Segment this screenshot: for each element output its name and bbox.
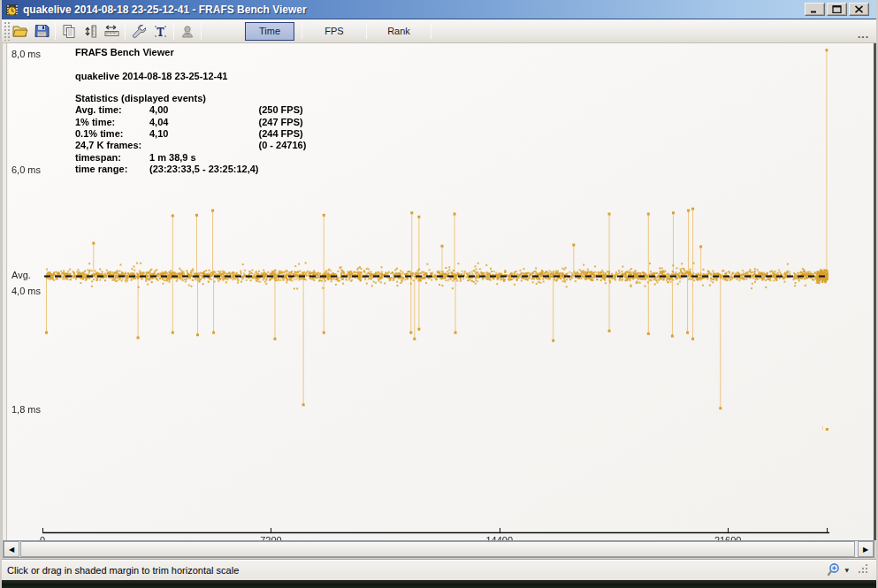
tab-separator: [431, 23, 431, 39]
tab-fps[interactable]: FPS: [309, 22, 359, 41]
toolbar-separator: [125, 22, 126, 40]
tab-separator: [366, 23, 367, 39]
y-tick-label: 8,0 ms: [11, 49, 41, 59]
text-overlay-button[interactable]: [149, 21, 171, 42]
scroll-right-button[interactable]: ▶: [858, 541, 874, 557]
user-icon: [179, 24, 195, 39]
user-button[interactable]: [177, 21, 198, 42]
y-tick-label: Avg.: [11, 270, 31, 280]
open-file-button[interactable]: [10, 21, 31, 42]
y-tick-label: 4,0 ms: [11, 286, 41, 296]
toolbar-overflow-button[interactable]: ...: [858, 28, 869, 41]
toolbar-separator: [201, 22, 202, 40]
toolbar-grip[interactable]: [4, 21, 10, 41]
chart-area: 8,0 ms6,0 msAvg.4,0 ms1,8 ms 07200144002…: [2, 43, 876, 540]
tab-rank[interactable]: Rank: [374, 22, 424, 41]
y-tick-label: 6,0 ms: [11, 164, 41, 175]
toolbar-separator: [173, 22, 174, 40]
copy-button[interactable]: [58, 21, 80, 42]
vertical-scale-icon: [83, 24, 98, 39]
stats-app-name: FRAFS Bench Viewer: [75, 47, 306, 58]
horizontal-scale-icon: [103, 24, 120, 38]
zoom-button[interactable]: [826, 562, 841, 578]
stats-row: 0.1% time:4,10(244 FPS): [75, 128, 306, 140]
stats-row: time range:(23:23:33,5 - 23:25:12,4): [75, 164, 306, 175]
stats-header: Statistics (displayed events): [75, 93, 306, 104]
horizontal-scale-button[interactable]: [101, 21, 122, 42]
status-text: Click or drag in shaded margin to trim h…: [7, 565, 826, 576]
y-tick-label: 1,8 ms: [11, 404, 41, 415]
close-button[interactable]: [849, 3, 869, 16]
vertical-scale-button[interactable]: [80, 21, 101, 42]
open-file-icon: [12, 24, 29, 38]
magnifier-icon: [826, 562, 841, 577]
stats-table: Avg. time:4,00(250 FPS)1% time:4,04(247 …: [75, 104, 306, 175]
app-window: quakelive 2014-08-18 23-25-12-41 - FRAFS…: [0, 0, 878, 588]
stats-row: timespan:1 m 38,9 s: [75, 152, 306, 164]
scrollbar-thumb[interactable]: [20, 541, 855, 557]
window-title: quakelive 2014-08-18 23-25-12-41 - FRAFS…: [23, 4, 805, 16]
status-bar: Click or drag in shaded margin to trim h…: [2, 559, 876, 580]
toolbar-separator: [55, 22, 56, 40]
trim-margin-left[interactable]: [2, 43, 8, 540]
tab-time[interactable]: Time: [245, 22, 294, 41]
scrollbar-track[interactable]: [19, 541, 858, 557]
stats-capture-name: quakelive 2014-08-18 23-25-12-41: [75, 71, 306, 82]
copy-icon: [62, 24, 76, 39]
zoom-dropdown-caret[interactable]: ▼: [844, 567, 849, 573]
minimize-button[interactable]: [805, 3, 825, 16]
stats-panel: FRAFS Bench Viewer quakelive 2014-08-18 …: [75, 47, 306, 176]
save-button[interactable]: [31, 21, 52, 42]
text-overlay-icon: [153, 24, 168, 39]
resize-grip-icon: [858, 563, 869, 575]
stats-row: 24,7 K frames:(0 - 24716): [75, 140, 306, 151]
app-icon: [5, 3, 19, 17]
title-bar[interactable]: quakelive 2014-08-18 23-25-12-41 - FRAFS…: [0, 0, 878, 19]
stats-row: 1% time:4,04(247 FPS): [75, 117, 306, 128]
resize-grip[interactable]: [858, 563, 869, 577]
toolbar: TimeFPSRank ...: [2, 19, 876, 43]
maximize-button[interactable]: [827, 3, 847, 16]
settings-button[interactable]: [128, 21, 149, 42]
window-controls: [805, 3, 869, 16]
window-bottom-edge: [0, 580, 878, 588]
horizontal-scrollbar: ◀ ▶: [3, 540, 874, 558]
tab-separator: [302, 23, 302, 39]
save-icon: [34, 24, 50, 38]
settings-wrench-icon: [131, 23, 147, 39]
view-tabs: TimeFPSRank: [245, 22, 439, 41]
stats-row: Avg. time:4,00(250 FPS): [75, 104, 306, 116]
scroll-left-button[interactable]: ◀: [4, 541, 19, 557]
